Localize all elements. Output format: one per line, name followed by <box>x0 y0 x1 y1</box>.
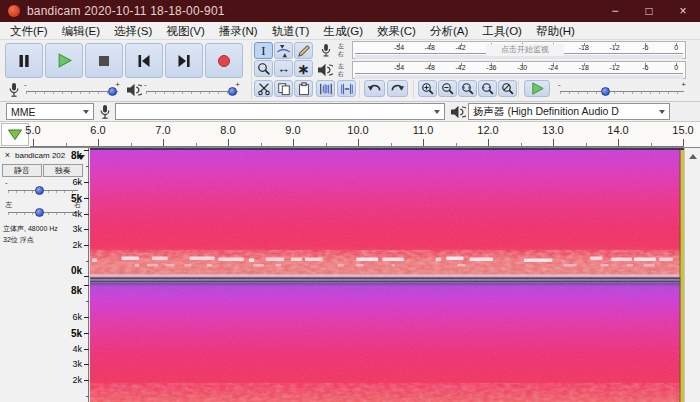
redo-button[interactable] <box>387 80 408 97</box>
stop-button[interactable] <box>85 43 123 78</box>
menu-item-5[interactable]: 播录(N) <box>212 22 265 40</box>
zoom-tool-button[interactable] <box>254 60 273 77</box>
freq-tick-label: 0k <box>60 265 82 276</box>
record-button[interactable] <box>205 43 243 78</box>
envelope-tool-icon <box>276 44 291 58</box>
play-speed-knob[interactable] <box>601 87 610 96</box>
timeline-scale[interactable]: 5.06.07.08.09.010.011.012.013.014.015.0 <box>30 122 684 147</box>
scroll-up-button[interactable] <box>685 148 700 164</box>
record-volume-slider[interactable]: - + <box>24 80 120 100</box>
timeline-ruler[interactable]: 5.06.07.08.09.010.011.012.013.014.015.0 <box>0 122 700 148</box>
freq-tick <box>84 245 89 246</box>
menu-item-10[interactable]: 工具(O) <box>475 22 529 40</box>
paste-button[interactable] <box>294 80 313 97</box>
timeline-minor-tick <box>586 143 587 147</box>
timeline-minor-tick <box>131 143 132 147</box>
copy-button[interactable] <box>274 80 293 97</box>
menu-item-11[interactable]: 帮助(H) <box>529 22 582 40</box>
close-button[interactable]: × <box>666 0 700 22</box>
playback-volume-knob[interactable] <box>228 87 237 96</box>
freq-tick-label: 5k <box>60 327 82 338</box>
multi-tool-button[interactable]: ∗ <box>294 60 313 77</box>
slider-plus-label: + <box>235 80 240 89</box>
timeline-minor-tick <box>521 143 522 147</box>
freq-minor-tick <box>86 396 89 397</box>
solo-button[interactable]: 独奏 <box>43 164 83 177</box>
freq-tick-label: 3k <box>60 359 82 369</box>
record-meter[interactable]: -54-48-42-36-30-24-18-12-60点击开始监视 <box>352 41 686 59</box>
menu-item-3[interactable]: 选择(S) <box>107 22 159 40</box>
slider-track[interactable] <box>146 91 238 94</box>
zoom-in-button[interactable] <box>418 80 437 97</box>
zoom-selection-button[interactable] <box>458 80 477 97</box>
undo-button[interactable] <box>364 80 385 97</box>
skip-to-end-button[interactable] <box>165 43 203 78</box>
track-gain-knob[interactable] <box>35 186 44 195</box>
track-close-button[interactable]: × <box>2 150 13 161</box>
copy-icon <box>277 82 291 96</box>
toolbar: I ↔ ∗ 左右 -54-48-42-36-30-24-18-12-60点击开始… <box>0 40 700 102</box>
menu-item-4[interactable]: 视图(V) <box>159 22 211 40</box>
slider-track[interactable] <box>560 91 684 94</box>
zoom-toggle-icon <box>501 82 515 96</box>
menu-bar: 文件(F)编辑(E)选择(S)视图(V)播录(N)轨道(T)生成(G)效果(C)… <box>0 22 700 40</box>
maximize-button[interactable]: □ <box>632 0 666 22</box>
menu-item-9[interactable]: 分析(A) <box>423 22 475 40</box>
spectrogram-view[interactable] <box>90 148 684 402</box>
timeshift-tool-button[interactable]: ↔ <box>274 60 293 77</box>
freq-tick-label: 8k <box>60 285 82 296</box>
record-volume-knob[interactable] <box>108 87 117 96</box>
meter-tick-label: -48 <box>425 44 435 51</box>
play-meter[interactable]: -54-48-42-36-30-24-18-12-60 <box>352 61 686 79</box>
zoom-toggle-button[interactable] <box>498 80 517 97</box>
timeline-tick <box>228 139 229 146</box>
zoom-out-button[interactable] <box>438 80 457 97</box>
envelope-tool-button[interactable] <box>274 42 293 59</box>
menu-item-7[interactable]: 生成(G) <box>316 22 370 40</box>
freq-tick <box>84 285 89 286</box>
timeline-minor-tick <box>456 143 457 147</box>
menu-item-8[interactable]: 效果(C) <box>370 22 423 40</box>
title-bar[interactable]: bandicam 2020-10-11 18-18-00-901 − □ × <box>0 0 700 22</box>
zoom-fit-button[interactable] <box>478 80 497 97</box>
selection-tool-button[interactable]: I <box>254 42 273 59</box>
play-button[interactable] <box>45 43 83 78</box>
record-meter-overlay-text[interactable]: 点击开始监视 <box>486 44 564 56</box>
zoom-out-icon <box>441 82 455 96</box>
playback-device-select[interactable]: 扬声器 (High Definition Audio D <box>468 103 670 120</box>
timeline-label: 12.0 <box>477 124 498 136</box>
menu-item-6[interactable]: 轨道(T) <box>265 22 317 40</box>
track-format-info: 立体声, 48000 Hz <box>3 224 58 234</box>
play-at-speed-icon <box>530 81 545 96</box>
menu-item-1[interactable]: 文件(F) <box>3 22 55 40</box>
skip-to-start-button[interactable] <box>125 43 163 78</box>
freq-tick <box>84 380 89 381</box>
track-pan-knob[interactable] <box>35 208 44 217</box>
play-at-speed-button[interactable] <box>524 80 550 97</box>
double-arrow-icon: ↔ <box>277 62 290 75</box>
vertical-scrollbar[interactable] <box>684 148 700 402</box>
minimize-button[interactable]: − <box>598 0 632 22</box>
pause-button[interactable] <box>5 43 43 78</box>
slider-track[interactable] <box>26 91 118 94</box>
play-speed-slider[interactable]: - + <box>558 80 686 100</box>
playback-device-value: 扬声器 (High Definition Audio D <box>473 105 619 119</box>
recording-device-select[interactable] <box>115 103 445 120</box>
timeline-tick <box>358 139 359 146</box>
mixer-speaker-icon <box>126 83 142 97</box>
playback-device-speaker-icon <box>450 105 466 119</box>
cut-button[interactable] <box>254 80 273 97</box>
audio-host-select[interactable]: MME <box>6 103 94 120</box>
freq-tick <box>84 214 89 215</box>
trim-audio-button[interactable] <box>316 80 335 97</box>
draw-tool-button[interactable] <box>294 42 313 59</box>
timeline-minor-tick <box>326 143 327 147</box>
meter-tick-label: -12 <box>610 64 620 71</box>
play-meter-bars <box>355 75 683 79</box>
silence-audio-button[interactable] <box>337 80 356 97</box>
mute-button[interactable]: 静音 <box>2 164 42 177</box>
playback-volume-slider[interactable]: - + <box>144 80 240 100</box>
audio-host-value: MME <box>11 106 36 118</box>
menu-item-2[interactable]: 编辑(E) <box>55 22 107 40</box>
window-controls: − □ × <box>598 0 700 22</box>
